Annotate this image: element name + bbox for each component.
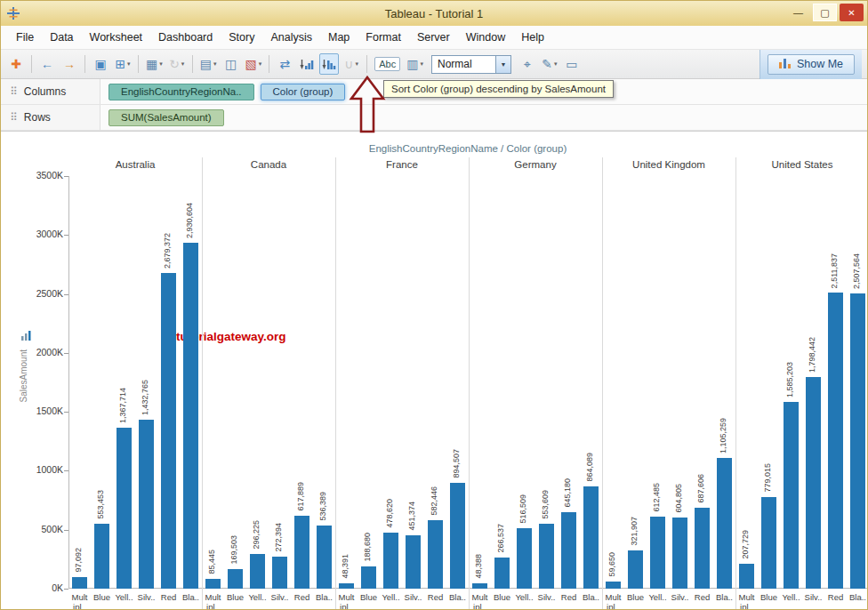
menu-item-file[interactable]: File	[8, 28, 42, 47]
bar-mark[interactable]	[450, 483, 465, 589]
menu-item-map[interactable]: Map	[320, 28, 358, 47]
bar-mark[interactable]	[784, 402, 799, 589]
bar-value-label: 553,453	[96, 490, 108, 519]
sort-ascending-icon[interactable]	[297, 53, 317, 75]
fix-axes-icon[interactable]: ⌖	[518, 53, 537, 75]
menu-item-help[interactable]: Help	[513, 28, 552, 47]
bar-mark[interactable]	[517, 528, 532, 589]
bar-mark[interactable]	[406, 535, 421, 589]
panel-header-united-kingdom[interactable]: United Kingdom	[602, 159, 735, 175]
presentation-mode-icon[interactable]: ▭	[562, 53, 582, 75]
bar-mark[interactable]	[428, 520, 443, 589]
app-icon	[6, 6, 20, 20]
swap-rows-columns-icon[interactable]: ⇄	[275, 53, 294, 75]
pause-auto-updates-icon[interactable]: ▦▾	[144, 53, 165, 75]
undo-icon[interactable]: ←	[37, 53, 57, 75]
bar-mark[interactable]	[72, 577, 87, 589]
bar-mark[interactable]	[828, 293, 843, 589]
sort-descending-icon[interactable]	[319, 53, 339, 75]
group-members-icon[interactable]: ∪▾	[342, 53, 361, 75]
bar-mark[interactable]	[383, 533, 398, 589]
x-category-label: Yell..	[513, 593, 535, 603]
chevron-down-icon[interactable]: ▾	[356, 60, 359, 68]
chevron-down-icon[interactable]: ▾	[420, 60, 423, 68]
bar-mark[interactable]	[117, 428, 132, 589]
bar-mark[interactable]	[294, 516, 309, 589]
panel-header-united-states[interactable]: United States	[735, 159, 868, 175]
new-worksheet-icon[interactable]: ▤▾	[198, 53, 219, 75]
bar-mark[interactable]	[695, 508, 710, 589]
chevron-down-icon[interactable]: ▾	[554, 60, 558, 68]
chevron-down-icon[interactable]: ▼	[495, 56, 510, 73]
mark-type-icon[interactable]: ▥▾	[405, 53, 425, 75]
menu-item-dashboard[interactable]: Dashboard	[150, 28, 221, 47]
bar-mark[interactable]	[161, 273, 176, 589]
bar-mark[interactable]	[183, 243, 198, 589]
menu-item-data[interactable]: Data	[42, 28, 81, 47]
run-update-icon[interactable]: ↻▾	[167, 53, 187, 75]
menu-item-window[interactable]: Window	[458, 28, 513, 47]
y-tick-mark	[64, 294, 68, 295]
chevron-down-icon[interactable]: ▾	[259, 60, 262, 68]
bar-mark[interactable]	[739, 564, 754, 589]
pill-color-group[interactable]: Color (group)	[261, 84, 346, 100]
show-me-button[interactable]: Show Me	[768, 54, 855, 75]
x-category-label: Yell..	[246, 593, 269, 603]
chevron-down-icon[interactable]: ▾	[127, 60, 131, 68]
panel-header-germany[interactable]: Germany	[469, 159, 602, 175]
bar-mark[interactable]	[317, 526, 332, 589]
bar-mark[interactable]	[494, 558, 510, 589]
bar-mark[interactable]	[472, 583, 487, 589]
bar-mark[interactable]	[361, 566, 376, 589]
bar-mark[interactable]	[205, 579, 221, 589]
chevron-down-icon[interactable]: ▾	[159, 60, 163, 68]
axis-sort-icon[interactable]	[21, 328, 31, 344]
panel-header-canada[interactable]: Canada	[202, 159, 335, 175]
menu-item-analysis[interactable]: Analysis	[262, 28, 320, 47]
toolbar-right-group: ⌖✎▾▭	[518, 53, 582, 75]
save-icon[interactable]: ▣	[91, 53, 110, 75]
bar-mark[interactable]	[272, 557, 287, 589]
chevron-down-icon[interactable]: ▾	[213, 60, 217, 68]
bar-mark[interactable]	[250, 554, 265, 589]
bar-mark[interactable]	[94, 524, 109, 589]
pill-english-country-region[interactable]: EnglishCountryRegionNa..	[108, 84, 254, 100]
bar-mark[interactable]	[806, 377, 821, 589]
add-data-source-icon[interactable]: ⊞▾	[113, 53, 133, 75]
bar-mark[interactable]	[228, 569, 243, 589]
bar-mark[interactable]	[850, 293, 865, 589]
menu-item-format[interactable]: Format	[358, 28, 409, 47]
highlight-icon-glyph: ✎	[542, 57, 552, 71]
clear-sheet-icon[interactable]: ▧▾	[244, 53, 264, 75]
bar-mark[interactable]	[672, 518, 687, 589]
show-mark-labels-icon[interactable]: Abc	[373, 53, 402, 75]
menu-item-story[interactable]: Story	[221, 28, 262, 47]
panel-header-australia[interactable]: Australia	[68, 159, 202, 175]
x-category-label: Blue	[358, 593, 380, 603]
bar-mark[interactable]	[539, 524, 554, 589]
bar-mark[interactable]	[339, 583, 354, 589]
bar-mark[interactable]	[561, 512, 576, 589]
menu-item-server[interactable]: Server	[409, 28, 458, 47]
bar-mark[interactable]	[583, 486, 599, 589]
bar-mark[interactable]	[717, 458, 732, 589]
tableau-logo-icon[interactable]: ✚	[6, 53, 26, 75]
duplicate-sheet-icon[interactable]: ◫	[221, 53, 241, 75]
bar-mark[interactable]	[606, 582, 621, 589]
x-category-label: Silv..	[669, 593, 691, 603]
pill-sum-salesamount[interactable]: SUM(SalesAmount)	[108, 109, 224, 126]
bar-mark[interactable]	[628, 550, 643, 589]
menu-item-worksheet[interactable]: Worksheet	[82, 28, 151, 47]
redo-icon[interactable]: →	[60, 53, 79, 75]
fit-dropdown[interactable]: Normal ▼	[431, 55, 511, 74]
minimize-button[interactable]: —	[786, 4, 810, 21]
bar-mark[interactable]	[139, 420, 154, 589]
bar-mark[interactable]	[650, 517, 665, 589]
maximize-button[interactable]: ▢	[813, 4, 837, 21]
close-button[interactable]: ✕	[840, 4, 864, 21]
chevron-down-icon[interactable]: ▾	[181, 60, 185, 68]
highlight-icon[interactable]: ✎▾	[540, 53, 559, 75]
bar-value-label: 864,089	[585, 453, 597, 482]
panel-header-france[interactable]: France	[335, 159, 469, 175]
bar-mark[interactable]	[761, 497, 776, 589]
